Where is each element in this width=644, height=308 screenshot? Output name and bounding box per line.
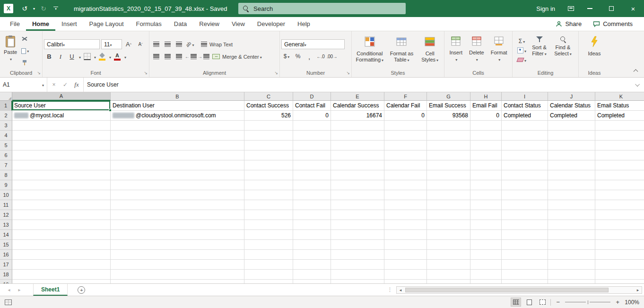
- cell-E11[interactable]: [331, 200, 384, 210]
- cell-K18[interactable]: [595, 270, 644, 280]
- row-header-8[interactable]: 8: [0, 170, 12, 180]
- font-size-combo[interactable]: 11: [101, 39, 122, 49]
- cell-F5[interactable]: [384, 141, 427, 150]
- cell-B5[interactable]: [111, 141, 244, 150]
- redo-button[interactable]: ↻: [38, 1, 49, 16]
- cell-D11[interactable]: [293, 200, 331, 210]
- cell-D4[interactable]: [293, 131, 331, 141]
- cell-J1[interactable]: Calendar Status: [548, 101, 595, 111]
- cell-C5[interactable]: [244, 141, 293, 150]
- cell-B3[interactable]: [111, 121, 244, 131]
- format-painter-button[interactable]: [19, 57, 30, 68]
- cell-A15[interactable]: [12, 240, 111, 250]
- cell-H9[interactable]: [470, 180, 502, 190]
- align-bottom-button[interactable]: [174, 39, 184, 50]
- cell-C18[interactable]: [244, 270, 293, 280]
- horizontal-scrollbar[interactable]: ◂ ▸: [396, 286, 642, 294]
- cell-H16[interactable]: [470, 250, 502, 260]
- cell-K11[interactable]: [595, 200, 644, 210]
- cell-K14[interactable]: [595, 230, 644, 240]
- cell-J5[interactable]: [548, 141, 595, 150]
- zoom-level[interactable]: 100%: [625, 299, 639, 306]
- tab-file[interactable]: File: [4, 17, 26, 31]
- cell-A6[interactable]: [12, 150, 111, 160]
- cell-F1[interactable]: Calendar Fail: [384, 101, 427, 111]
- merge-center-button[interactable]: Merge & Center: [212, 52, 262, 62]
- cell-A13[interactable]: [12, 220, 111, 230]
- row-header-9[interactable]: 9: [0, 180, 12, 190]
- cell-H5[interactable]: [470, 141, 502, 150]
- cell-F15[interactable]: [384, 240, 427, 250]
- cell-E9[interactable]: [331, 180, 384, 190]
- tab-view[interactable]: View: [226, 17, 251, 31]
- zoom-slider-thumb[interactable]: [586, 300, 590, 305]
- increase-indent-button[interactable]: →: [198, 52, 209, 62]
- row-header-11[interactable]: 11: [0, 200, 12, 210]
- cell-A4[interactable]: [12, 131, 111, 141]
- cell-K15[interactable]: [595, 240, 644, 250]
- cell-D3[interactable]: [293, 121, 331, 131]
- cell-D14[interactable]: [293, 230, 331, 240]
- cell-D13[interactable]: [293, 220, 331, 230]
- cell-C4[interactable]: [244, 131, 293, 141]
- borders-dropdown[interactable]: [93, 53, 96, 60]
- row-header-5[interactable]: 5: [0, 141, 12, 150]
- cell-D8[interactable]: [293, 170, 331, 180]
- cell-styles-button[interactable]: Cell Styles: [417, 34, 443, 68]
- cell-I5[interactable]: [502, 141, 548, 150]
- cell-C2[interactable]: 526: [244, 111, 293, 121]
- cell-E8[interactable]: [331, 170, 384, 180]
- cell-E4[interactable]: [331, 131, 384, 141]
- cell-B16[interactable]: [111, 250, 244, 260]
- scrollbar-track[interactable]: [404, 287, 634, 293]
- cell-G6[interactable]: [427, 150, 470, 160]
- cell-A12[interactable]: [12, 210, 111, 220]
- cell-F19[interactable]: [384, 280, 427, 283]
- cell-E7[interactable]: [331, 160, 384, 170]
- cell-I16[interactable]: [502, 250, 548, 260]
- font-color-dropdown[interactable]: [123, 53, 126, 60]
- cell-G5[interactable]: [427, 141, 470, 150]
- cell-I11[interactable]: [502, 200, 548, 210]
- cell-B10[interactable]: [111, 190, 244, 200]
- cell-J14[interactable]: [548, 230, 595, 240]
- column-header-I[interactable]: I: [502, 92, 548, 101]
- column-header-K[interactable]: K: [595, 92, 644, 101]
- cell-K19[interactable]: [595, 280, 644, 283]
- cell-F16[interactable]: [384, 250, 427, 260]
- cell-C10[interactable]: [244, 190, 293, 200]
- cell-F13[interactable]: [384, 220, 427, 230]
- currency-button[interactable]: $: [281, 51, 292, 62]
- cell-C17[interactable]: [244, 260, 293, 270]
- row-header-10[interactable]: 10: [0, 190, 12, 200]
- cell-I12[interactable]: [502, 210, 548, 220]
- cell-C6[interactable]: [244, 150, 293, 160]
- cell-K10[interactable]: [595, 190, 644, 200]
- minimize-button[interactable]: [579, 0, 600, 17]
- cell-D12[interactable]: [293, 210, 331, 220]
- tab-data[interactable]: Data: [168, 17, 193, 31]
- cell-D9[interactable]: [293, 180, 331, 190]
- cell-G12[interactable]: [427, 210, 470, 220]
- collapse-ribbon-button[interactable]: [633, 70, 638, 74]
- cell-F11[interactable]: [384, 200, 427, 210]
- cell-I17[interactable]: [502, 260, 548, 270]
- cell-K16[interactable]: [595, 250, 644, 260]
- cell-F7[interactable]: [384, 160, 427, 170]
- excel-logo-icon[interactable]: X: [4, 4, 13, 13]
- cell-H13[interactable]: [470, 220, 502, 230]
- row-header-7[interactable]: 7: [0, 160, 12, 170]
- align-center-button[interactable]: [162, 52, 173, 62]
- column-header-D[interactable]: D: [293, 92, 331, 101]
- cell-F17[interactable]: [384, 260, 427, 270]
- fill-button[interactable]: [517, 46, 527, 55]
- cell-H8[interactable]: [470, 170, 502, 180]
- cell-I10[interactable]: [502, 190, 548, 200]
- cell-J19[interactable]: [548, 280, 595, 283]
- number-dialog-launcher[interactable]: ↘: [346, 71, 350, 75]
- cell-J4[interactable]: [548, 131, 595, 141]
- zoom-slider[interactable]: [565, 299, 610, 306]
- cell-B13[interactable]: [111, 220, 244, 230]
- cell-A18[interactable]: [12, 270, 111, 280]
- cell-I6[interactable]: [502, 150, 548, 160]
